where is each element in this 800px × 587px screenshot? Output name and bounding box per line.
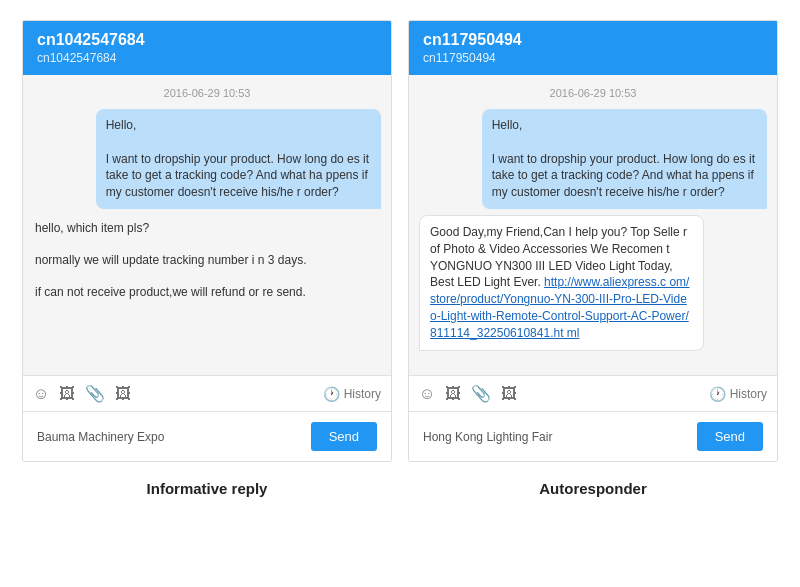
right-caption: Autoresponder xyxy=(408,480,778,497)
left-bottom-label: Bauma Machinery Expo xyxy=(37,430,164,444)
right-panel-header: cn117950494 cn117950494 xyxy=(409,21,777,75)
attach-icon-right[interactable]: 📎 xyxy=(471,384,491,403)
right-send-button[interactable]: Send xyxy=(697,422,763,451)
right-bottom-bar: Hong Kong Lighting Fair Send xyxy=(409,411,777,461)
right-history-label: History xyxy=(730,387,767,401)
right-chat-area: 2016-06-29 10:53 Hello, I want to dropsh… xyxy=(409,75,777,375)
left-history-button[interactable]: 🕐 History xyxy=(323,386,381,402)
clock-icon: 🕐 xyxy=(323,386,340,402)
captions-row: Informative reply Autoresponder xyxy=(20,480,780,497)
left-timestamp: 2016-06-29 10:53 xyxy=(33,87,381,99)
image-icon[interactable]: 🖼 xyxy=(59,385,75,403)
left-toolbar: ☺ 🖼 📎 🖼 🕐 History xyxy=(23,375,391,411)
media-icon-right[interactable]: 🖼 xyxy=(501,385,517,403)
left-panel: cn1042547684 cn1042547684 2016-06-29 10:… xyxy=(22,20,392,462)
left-history-label: History xyxy=(344,387,381,401)
right-bottom-label: Hong Kong Lighting Fair xyxy=(423,430,552,444)
emoji-icon[interactable]: ☺ xyxy=(33,385,49,403)
right-toolbar: ☺ 🖼 📎 🖼 🕐 History xyxy=(409,375,777,411)
left-bottom-bar: Bauma Machinery Expo Send xyxy=(23,411,391,461)
right-auto-reply: Good Day,my Friend,Can I help you? Top S… xyxy=(419,215,704,351)
attach-icon[interactable]: 📎 xyxy=(85,384,105,403)
right-panel-title: cn117950494 xyxy=(423,31,763,49)
right-bubble-received: Hello, I want to dropship your product. … xyxy=(482,109,767,209)
panels-container: cn1042547684 cn1042547684 2016-06-29 10:… xyxy=(20,20,780,462)
right-panel: cn117950494 cn117950494 2016-06-29 10:53… xyxy=(408,20,778,462)
left-panel-header: cn1042547684 cn1042547684 xyxy=(23,21,391,75)
left-caption: Informative reply xyxy=(22,480,392,497)
emoji-icon-right[interactable]: ☺ xyxy=(419,385,435,403)
reply-link: http://www.aliexpress.c om/store/product… xyxy=(430,275,689,339)
clock-icon-right: 🕐 xyxy=(709,386,726,402)
left-send-button[interactable]: Send xyxy=(311,422,377,451)
left-panel-title: cn1042547684 xyxy=(37,31,377,49)
left-chat-area: 2016-06-29 10:53 Hello, I want to dropsh… xyxy=(23,75,391,375)
left-bubble-received: Hello, I want to dropship your product. … xyxy=(96,109,381,209)
right-history-button[interactable]: 🕐 History xyxy=(709,386,767,402)
right-panel-subtitle: cn117950494 xyxy=(423,51,763,65)
right-timestamp: 2016-06-29 10:53 xyxy=(419,87,767,99)
left-reply-2: normally we will update tracking number … xyxy=(33,247,308,273)
media-icon[interactable]: 🖼 xyxy=(115,385,131,403)
left-panel-subtitle: cn1042547684 xyxy=(37,51,377,65)
image-icon-right[interactable]: 🖼 xyxy=(445,385,461,403)
left-reply-1: hello, which item pls? xyxy=(33,215,151,241)
left-reply-3: if can not receive product,we will refun… xyxy=(33,279,308,305)
